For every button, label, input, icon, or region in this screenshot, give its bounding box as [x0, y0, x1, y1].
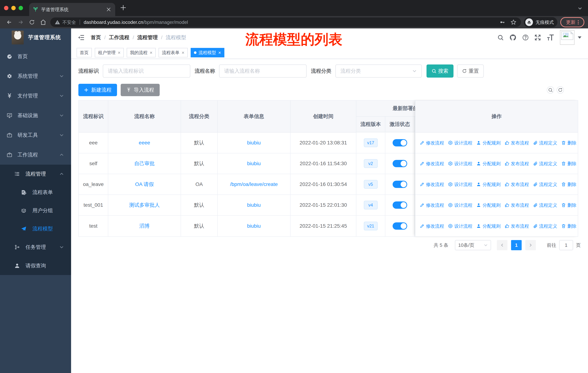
action-发布流程[interactable]: 发布流程: [505, 223, 529, 229]
action-流程定义[interactable]: 流程定义: [533, 202, 557, 208]
active-toggle[interactable]: [393, 160, 407, 167]
tag-我的流程[interactable]: 我的流程×: [127, 48, 156, 57]
next-page-button[interactable]: [525, 240, 536, 250]
action-流程定义[interactable]: 流程定义: [533, 223, 557, 229]
form-link[interactable]: biubiu: [247, 223, 261, 229]
address-bar[interactable]: 不安全 dashboard.yudao.iocoder.cn/bpm/manag…: [50, 18, 521, 27]
password-key-icon[interactable]: [499, 19, 505, 25]
action-发布流程[interactable]: 发布流程: [505, 161, 529, 167]
tag-流程模型[interactable]: 流程模型×: [191, 48, 224, 57]
sidebar-item-请假查询[interactable]: 请假查询: [0, 256, 71, 275]
action-分配规则[interactable]: 分配规则: [476, 161, 501, 167]
create-model-button[interactable]: 新建流程: [78, 84, 117, 96]
sidebar-item-支付管理[interactable]: 支付管理: [0, 86, 71, 106]
model-name-link[interactable]: OA 请假: [135, 181, 154, 188]
browser-tab[interactable]: 芋道管理系统: [29, 3, 115, 16]
tag-首页[interactable]: 首页: [77, 48, 92, 57]
browser-menu-icon[interactable]: [578, 20, 579, 24]
tab-close-icon[interactable]: [106, 7, 112, 12]
action-发布流程[interactable]: 发布流程: [505, 140, 529, 146]
search-button[interactable]: 搜索: [427, 64, 453, 78]
traffic-close-button[interactable]: [4, 6, 8, 10]
model-name-link[interactable]: 自己审批: [134, 160, 155, 167]
bookmark-star-icon[interactable]: [510, 19, 516, 25]
action-设计流程[interactable]: 设计流程: [448, 181, 472, 187]
model-name-link[interactable]: eeee: [139, 140, 150, 146]
action-删除[interactable]: 删除: [561, 161, 577, 167]
update-button[interactable]: 更新: [560, 17, 584, 27]
home-button[interactable]: [38, 17, 49, 27]
github-icon[interactable]: [509, 34, 516, 41]
sidebar-item-任务管理[interactable]: 任务管理: [0, 238, 71, 256]
action-流程定义[interactable]: 流程定义: [533, 161, 557, 167]
help-icon[interactable]: [522, 34, 529, 41]
sidebar-item-流程管理[interactable]: 流程管理: [0, 165, 71, 183]
forward-button[interactable]: [15, 17, 26, 27]
reload-button[interactable]: [26, 17, 38, 27]
page-size-select[interactable]: 10条/页: [455, 240, 491, 250]
sidebar-item-研发工具[interactable]: 研发工具: [0, 125, 71, 145]
user-avatar[interactable]: [560, 30, 575, 45]
font-size-icon[interactable]: [546, 34, 555, 41]
filter-name-input[interactable]: 请输入流程名称: [219, 64, 307, 78]
tag-close-icon[interactable]: ×: [118, 50, 120, 56]
user-menu-caret-icon[interactable]: [578, 36, 581, 39]
sidebar-item-系统管理[interactable]: 系统管理: [0, 66, 71, 86]
action-分配规则[interactable]: 分配规则: [476, 140, 501, 146]
prev-page-button[interactable]: [497, 240, 507, 250]
form-link[interactable]: biubiu: [247, 140, 261, 146]
sidebar-item-工作流程[interactable]: 工作流程: [0, 145, 71, 165]
sidebar-item-首页[interactable]: 首页: [0, 47, 71, 66]
sidebar-item-基础设施[interactable]: 基础设施: [0, 106, 71, 125]
active-toggle[interactable]: [393, 222, 407, 230]
action-发布流程[interactable]: 发布流程: [505, 181, 529, 187]
tag-close-icon[interactable]: ×: [181, 50, 184, 56]
fullscreen-icon[interactable]: [535, 34, 541, 41]
action-分配规则[interactable]: 分配规则: [476, 202, 501, 208]
action-修改流程[interactable]: 修改流程: [420, 161, 444, 167]
model-name-link[interactable]: 滔博: [139, 222, 150, 230]
action-分配规则[interactable]: 分配规则: [476, 181, 501, 187]
action-设计流程[interactable]: 设计流程: [448, 202, 472, 208]
action-修改流程[interactable]: 修改流程: [420, 223, 444, 229]
action-删除[interactable]: 删除: [561, 181, 577, 187]
tag-close-icon[interactable]: ×: [218, 50, 221, 56]
sidebar-item-流程模型[interactable]: 流程模型: [0, 220, 71, 238]
action-发布流程[interactable]: 发布流程: [505, 202, 529, 208]
action-流程定义[interactable]: 流程定义: [533, 181, 557, 187]
action-修改流程[interactable]: 修改流程: [420, 181, 444, 187]
back-button[interactable]: [4, 17, 15, 27]
traffic-minimize-button[interactable]: [11, 6, 16, 10]
refresh-icon[interactable]: [557, 86, 564, 94]
action-删除[interactable]: 删除: [561, 223, 577, 229]
goto-page-input[interactable]: 1: [559, 240, 573, 250]
filter-category-select[interactable]: 流程分类: [335, 64, 422, 78]
sidebar-fold-icon[interactable]: [78, 34, 85, 41]
show-search-icon[interactable]: [547, 86, 554, 94]
action-设计流程[interactable]: 设计流程: [448, 140, 472, 146]
action-流程定义[interactable]: 流程定义: [533, 140, 557, 146]
import-model-button[interactable]: 导入流程: [121, 84, 160, 96]
tag-close-icon[interactable]: ×: [150, 50, 152, 56]
security-warning-icon[interactable]: [55, 20, 60, 25]
action-分配规则[interactable]: 分配规则: [476, 223, 501, 229]
action-设计流程[interactable]: 设计流程: [448, 223, 472, 229]
tag-流程表单[interactable]: 流程表单×: [158, 48, 188, 57]
tabstrip-chevron-icon[interactable]: [578, 6, 582, 10]
filter-key-input[interactable]: 请输入流程标识: [103, 64, 190, 78]
active-toggle[interactable]: [393, 181, 407, 188]
action-设计流程[interactable]: 设计流程: [448, 161, 472, 167]
search-icon[interactable]: [497, 34, 504, 41]
action-删除[interactable]: 删除: [561, 202, 577, 208]
sidebar-item-用户分组[interactable]: 用户分组: [0, 202, 71, 220]
breadcrumb-item-首页[interactable]: 首页: [91, 34, 101, 41]
action-修改流程[interactable]: 修改流程: [420, 202, 444, 208]
active-toggle[interactable]: [393, 202, 407, 209]
sidebar-item-流程表单[interactable]: 流程表单: [0, 183, 71, 202]
action-修改流程[interactable]: 修改流程: [420, 140, 444, 146]
tag-租户管理[interactable]: 租户管理×: [95, 48, 124, 57]
current-page-button[interactable]: 1: [511, 240, 522, 250]
reset-button[interactable]: 重置: [457, 64, 484, 78]
active-toggle[interactable]: [393, 139, 407, 146]
breadcrumb-item-流程管理[interactable]: 流程管理: [137, 34, 158, 41]
